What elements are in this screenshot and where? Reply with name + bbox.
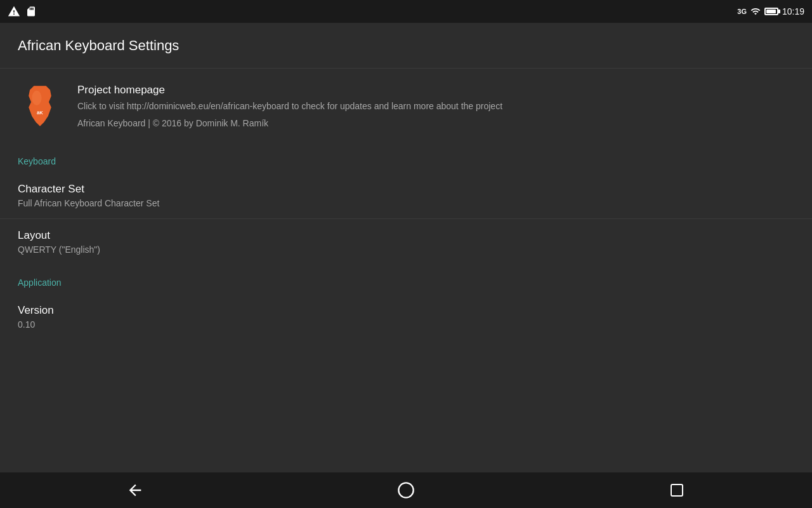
svg-marker-0: [29, 86, 51, 126]
home-button[interactable]: [381, 472, 431, 508]
africa-map-icon: âK: [18, 84, 62, 128]
character-set-title: Character Set: [18, 183, 794, 196]
signal-icon: [750, 6, 761, 17]
app-title: African Keyboard Settings: [18, 37, 179, 54]
app-header: African Keyboard Settings: [0, 23, 812, 69]
network-type: 3G: [737, 8, 747, 15]
project-homepage-title: Project homepage: [77, 84, 502, 97]
status-bar: 3G 10:19: [0, 0, 812, 23]
project-homepage-item[interactable]: âK Project homepage Click to visit http:…: [0, 69, 812, 144]
status-bar-right: 3G 10:19: [737, 6, 804, 17]
project-info: Project homepage Click to visit http://d…: [77, 84, 502, 128]
svg-point-1: [32, 91, 41, 105]
keyboard-section-header: Keyboard: [0, 144, 812, 173]
content-area: âK Project homepage Click to visit http:…: [0, 69, 812, 472]
application-section-header: Application: [0, 265, 812, 294]
battery-icon: [764, 8, 778, 15]
time-display: 10:19: [782, 6, 804, 17]
sd-card-icon: [25, 5, 37, 18]
version-subtitle: 0.10: [18, 319, 794, 330]
project-homepage-description: Click to visit http://dominicweb.eu/en/a…: [77, 100, 502, 113]
recent-button[interactable]: [652, 472, 702, 508]
nav-bar: [0, 472, 812, 508]
layout-title: Layout: [18, 229, 794, 242]
character-set-item[interactable]: Character Set Full African Keyboard Char…: [0, 173, 812, 219]
back-arrow-icon: [126, 481, 144, 499]
svg-rect-4: [671, 485, 683, 496]
character-set-subtitle: Full African Keyboard Character Set: [18, 198, 794, 208]
warning-icon: [8, 5, 20, 18]
version-title: Version: [18, 304, 794, 317]
recent-square-icon: [669, 483, 684, 498]
project-copyright: African Keyboard | © 2016 by Dominik M. …: [77, 118, 502, 128]
svg-point-3: [398, 483, 413, 497]
status-bar-left: [8, 5, 37, 18]
layout-subtitle: QWERTY ("English"): [18, 244, 794, 255]
version-item[interactable]: Version 0.10: [0, 294, 812, 340]
layout-item[interactable]: Layout QWERTY ("English"): [0, 219, 812, 265]
back-button[interactable]: [110, 472, 160, 508]
home-circle-icon: [397, 481, 415, 499]
svg-text:âK: âK: [37, 110, 43, 116]
